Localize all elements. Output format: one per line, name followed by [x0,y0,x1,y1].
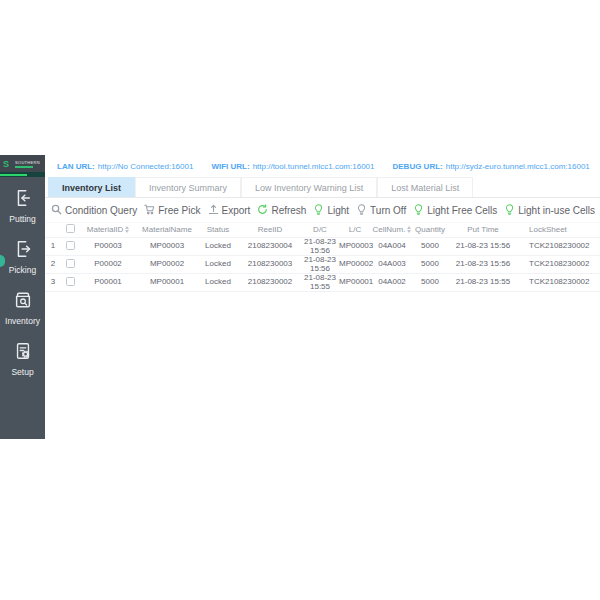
column-header-dc: D/C [301,226,339,235]
cell-lock-sheet: TCK2108230002 [519,260,600,269]
putting-icon [13,188,33,212]
cell-material-id: P00003 [79,242,137,251]
tab-lost-material-list[interactable]: Lost Material List [377,177,473,197]
lan-url-label: LAN URL: [57,162,95,171]
table-row: 3 P00001 MP00001 Locked 2108230002 21-08… [45,274,600,292]
logo-marquee [0,172,45,177]
cell-material-id: P00002 [79,260,137,269]
cell-dc: 21-08-23 15:56 [301,238,339,256]
cell-lock-sheet: TCK2108230002 [519,242,600,251]
cell-status: Locked [197,278,239,287]
app-logo: S SOUTHERN [0,155,45,172]
row-checkbox[interactable] [66,259,75,268]
select-all-checkbox[interactable] [66,224,75,233]
sort-icon[interactable] [407,226,411,233]
search-icon [51,204,62,217]
table-header-row: MaterialID MaterialName Status ReelID D/… [45,222,600,238]
light-free-cells-button[interactable]: Light Free Cells [413,204,497,217]
cell-quantity: 5000 [413,242,447,251]
light-in-use-cells-button[interactable]: Light in-use Cells [504,204,595,217]
sidebar-item-putting[interactable]: Putting [0,180,45,231]
column-header-material-id[interactable]: MaterialID [79,226,137,235]
sidebar-item-label: Inventory [5,316,40,326]
cell-material-name: MP00003 [137,242,197,251]
sidebar-item-inventory[interactable]: Inventory [0,282,45,333]
export-button[interactable]: Export [208,204,251,217]
sidebar-nav: Putting Picking Inventor [0,177,45,384]
cell-lock-sheet: TCK2108230002 [519,278,600,287]
cell-material-id: P00001 [79,278,137,287]
sidebar: S SOUTHERN Putting [0,155,45,439]
tab-inventory-summary[interactable]: Inventory Summary [135,177,241,197]
cell-put-time: 21-08-23 15:56 [447,260,519,269]
bulb-icon [413,204,424,217]
sidebar-item-setup[interactable]: Setup [0,333,45,384]
cell-dc: 21-08-23 15:55 [301,274,339,292]
setup-icon [13,341,33,365]
url-bar: LAN URL: http://No Connected:16001 WIFI … [45,155,600,177]
sidebar-item-picking[interactable]: Picking [0,231,45,282]
light-button[interactable]: Light [313,204,349,217]
cell-cell-num: 04A004 [371,242,413,251]
bulb-off-icon [356,204,367,217]
sort-icon[interactable] [125,226,129,233]
cell-status: Locked [197,242,239,251]
cell-reel-id: 2108230002 [239,278,301,287]
debug-url: DEBUG URL: http://sydz-euro.tunnel.mlcc1… [392,162,589,171]
column-header-put-time: Put Time [447,226,519,235]
cell-reel-id: 2108230003 [239,260,301,269]
wifi-url: WIFI URL: http://tool.tunnel.mlcc1.com:1… [211,162,374,171]
cell-cell-num: 04A003 [371,260,413,269]
cell-material-name: MP00001 [137,278,197,287]
cell-lc: MP00003 [339,242,371,251]
inventory-icon [13,290,33,314]
free-pick-button[interactable]: Free Pick [144,204,200,217]
row-checkbox[interactable] [66,241,75,250]
row-index: 2 [45,260,61,269]
logo-subtitle-bar [15,166,33,168]
sidebar-item-label: Picking [9,265,36,275]
cell-dc: 21-08-23 15:56 [301,256,339,274]
lan-url: LAN URL: http://No Connected:16001 [57,162,193,171]
cell-lc: MP00001 [339,278,371,287]
cell-quantity: 5000 [413,278,447,287]
cell-status: Locked [197,260,239,269]
wifi-url-label: WIFI URL: [211,162,249,171]
picking-icon [13,239,33,263]
refresh-button[interactable]: Refresh [257,204,306,217]
cell-put-time: 21-08-23 15:56 [447,242,519,251]
column-header-quantity: Quantity [413,226,447,235]
app-window: S SOUTHERN Putting [0,155,600,439]
cell-lc: MP00002 [339,260,371,269]
refresh-icon [257,204,268,217]
logo-text: SOUTHERN [15,160,40,165]
condition-query-button[interactable]: Condition Query [51,204,137,217]
toolbar: Condition Query Free Pick Export Refresh [45,198,600,222]
tab-inventory-list[interactable]: Inventory List [48,177,135,197]
column-header-reel-id: ReelID [239,226,301,235]
row-index: 1 [45,242,61,251]
tab-low-inventory-warning-list[interactable]: Low Inventory Warning List [241,177,377,197]
debug-url-link[interactable]: http://sydz-euro.tunnel.mlcc1.com:16001 [446,162,590,171]
turn-off-button[interactable]: Turn Off [356,204,406,217]
cart-icon [144,204,155,217]
bulb-icon [504,204,515,217]
cell-reel-id: 2108230004 [239,242,301,251]
export-icon [208,204,219,217]
column-header-status: Status [197,226,239,235]
row-checkbox[interactable] [66,277,75,286]
cell-quantity: 5000 [413,260,447,269]
cell-put-time: 21-08-23 15:55 [447,278,519,287]
cell-cell-num: 04A002 [371,278,413,287]
column-header-cell-num[interactable]: CellNum. [371,226,413,235]
logo-icon: S [3,159,13,169]
row-index: 3 [45,278,61,287]
sidebar-item-label: Putting [9,214,35,224]
inventory-table: MaterialID MaterialName Status ReelID D/… [45,222,600,292]
lan-url-link[interactable]: http://No Connected:16001 [98,162,194,171]
bulb-icon [313,204,324,217]
column-header-lc: L/C [339,226,371,235]
debug-url-label: DEBUG URL: [392,162,442,171]
cell-material-name: MP00002 [137,260,197,269]
wifi-url-link[interactable]: http://tool.tunnel.mlcc1.com:16001 [253,162,375,171]
